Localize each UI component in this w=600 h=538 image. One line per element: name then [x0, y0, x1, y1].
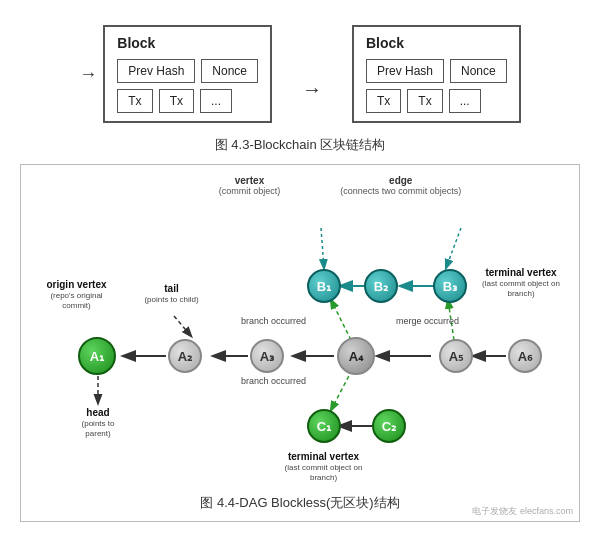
- block2-prev-hash: Prev Hash: [366, 59, 444, 83]
- node-A4: A₄: [337, 337, 375, 375]
- block2-header-row: Prev Hash Nonce: [366, 59, 507, 83]
- blockchain-caption: 图 4.3-Blockchain 区块链结构: [10, 136, 590, 154]
- dag-top-labels: vertex (commit object) edge (connects tw…: [26, 175, 574, 196]
- node-A5: A₅: [439, 339, 473, 373]
- svg-line-13: [321, 228, 324, 268]
- origin-vertex-label: origin vertex (repo's original commit): [44, 278, 109, 312]
- block2-tx1: Tx: [366, 89, 401, 113]
- node-C1: C₁: [307, 409, 341, 443]
- arrow-between-blocks: →: [302, 78, 322, 101]
- page-container: → Block Prev Hash Nonce Tx Tx ... → Bloc…: [0, 0, 600, 537]
- watermark: 电子发烧友 elecfans.com: [472, 505, 573, 518]
- blockchain-diagram: → Block Prev Hash Nonce Tx Tx ... → Bloc…: [10, 10, 590, 128]
- merge-occurred-label: merge occurred: [396, 316, 459, 328]
- block1-nonce: Nonce: [201, 59, 258, 83]
- block-1: Block Prev Hash Nonce Tx Tx ...: [103, 25, 272, 123]
- arrow-into-block1: →: [79, 64, 97, 85]
- block2-ellipsis: ...: [449, 89, 481, 113]
- svg-line-14: [446, 228, 461, 268]
- edge-top-label: edge (connects two commit objects): [340, 175, 461, 196]
- dag-canvas: A₁ A₂ A₃ A₄ A₅ A₆ B₁ B₂: [26, 198, 596, 488]
- block2-nonce: Nonce: [450, 59, 507, 83]
- tail-label: tail (points to child): [144, 282, 199, 305]
- node-B3: B₃: [433, 269, 467, 303]
- block1-tx1: Tx: [117, 89, 152, 113]
- block2-tx2: Tx: [407, 89, 442, 113]
- node-A3: A₃: [250, 339, 284, 373]
- branch-occurred-upper: branch occurred: [241, 316, 306, 328]
- block1-prev-hash: Prev Hash: [117, 59, 195, 83]
- svg-line-12: [174, 316, 191, 336]
- svg-line-7: [331, 300, 351, 340]
- block1-header-row: Prev Hash Nonce: [117, 59, 258, 83]
- block2-tx-row: Tx Tx ...: [366, 89, 507, 113]
- block2-title: Block: [366, 35, 507, 51]
- svg-line-10: [331, 370, 352, 410]
- block1-tx2: Tx: [159, 89, 194, 113]
- node-B2: B₂: [364, 269, 398, 303]
- node-B1: B₁: [307, 269, 341, 303]
- node-A1: A₁: [78, 337, 116, 375]
- branch-occurred-lower: branch occurred: [241, 376, 306, 388]
- block-2: Block Prev Hash Nonce Tx Tx ...: [352, 25, 521, 123]
- vertex-top-label: vertex (commit object): [219, 175, 281, 196]
- dag-diagram: vertex (commit object) edge (connects tw…: [20, 164, 580, 522]
- block1-ellipsis: ...: [200, 89, 232, 113]
- terminal-vertex-top-label: terminal vertex (last commit object on b…: [481, 266, 561, 300]
- block1-title: Block: [117, 35, 258, 51]
- block1-tx-row: Tx Tx ...: [117, 89, 258, 113]
- node-A2: A₂: [168, 339, 202, 373]
- node-A6: A₆: [508, 339, 542, 373]
- node-C2: C₂: [372, 409, 406, 443]
- terminal-vertex-bot-label: terminal vertex (last commit object on b…: [281, 450, 366, 484]
- head-label: head (points to parent): [68, 406, 128, 440]
